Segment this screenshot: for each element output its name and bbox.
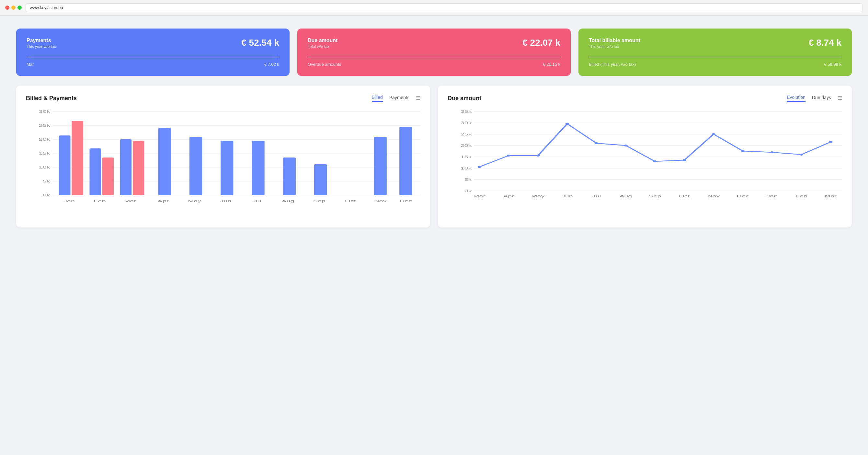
dot-minimize[interactable] — [11, 5, 16, 10]
svg-point-56 — [477, 166, 481, 168]
svg-text:Dec: Dec — [737, 194, 749, 198]
svg-text:May: May — [531, 194, 545, 198]
card-bottom: Overdue amounts € 21.15 k — [308, 62, 560, 67]
browser-chrome: www.keyvision.eu — [0, 0, 868, 16]
card-bottom: Billed (This year, w/o tax) € 59.98 k — [589, 62, 841, 67]
chart-menu-icon[interactable]: ☰ — [838, 96, 842, 101]
svg-point-62 — [653, 160, 657, 162]
svg-rect-15 — [71, 121, 83, 195]
card-top: Payments This year w/o tax € 52.54 k — [27, 38, 279, 49]
svg-text:15k: 15k — [39, 151, 50, 156]
svg-rect-14 — [59, 135, 70, 195]
card-sublabel: This year, w/o tax — [589, 44, 640, 49]
svg-point-64 — [712, 133, 715, 135]
card-divider — [308, 57, 560, 57]
svg-text:35k: 35k — [461, 110, 472, 114]
svg-rect-29 — [252, 141, 264, 195]
svg-text:25k: 25k — [461, 132, 472, 136]
svg-rect-20 — [120, 139, 131, 195]
chart-header: Billed & Payments Billed Payments ☰ — [26, 95, 421, 102]
svg-rect-27 — [221, 141, 233, 195]
svg-text:Oct: Oct — [345, 199, 356, 203]
svg-text:5k: 5k — [43, 179, 50, 183]
tab-due-days[interactable]: Due days — [812, 95, 831, 101]
browser-dots — [5, 5, 22, 10]
svg-text:Jan: Jan — [766, 194, 778, 198]
chart-tabs: Evolution Due days — [787, 95, 831, 102]
dot-maximize[interactable] — [18, 5, 22, 10]
svg-text:0k: 0k — [43, 193, 50, 198]
chart-menu-icon[interactable]: ☰ — [416, 96, 421, 101]
svg-text:Apr: Apr — [158, 199, 169, 203]
billed-payments-chart-card: Billed & Payments Billed Payments ☰ 30k … — [16, 86, 430, 228]
address-bar[interactable]: www.keyvision.eu — [26, 3, 863, 12]
due-amount-title: Due amount — [447, 95, 481, 102]
dot-close[interactable] — [5, 5, 9, 10]
bar-chart-svg: 30k 25k 20k 15k 10k 5k 0k Jan — [26, 108, 421, 218]
chart-header: Due amount Evolution Due days ☰ — [447, 95, 842, 102]
line-chart-svg: 35k 30k 25k 20k 15k 10k 5k 0k — [447, 108, 842, 218]
card-value: € 22.07 k — [522, 38, 560, 48]
svg-text:10k: 10k — [461, 166, 472, 171]
card-labels: Total billable amount This year, w/o tax — [589, 38, 640, 49]
svg-rect-21 — [133, 141, 144, 195]
svg-text:15k: 15k — [461, 155, 472, 159]
svg-text:Mar: Mar — [473, 194, 486, 198]
summary-cards: Payments This year w/o tax € 52.54 k Mar… — [16, 29, 852, 76]
billed-payments-title: Billed & Payments — [26, 95, 77, 102]
svg-text:0k: 0k — [464, 189, 472, 193]
card-divider — [589, 57, 841, 57]
svg-point-63 — [682, 159, 686, 161]
due-amount-chart-card: Due amount Evolution Due days ☰ 35k 30k — [438, 86, 852, 228]
svg-point-68 — [829, 141, 833, 143]
svg-text:30k: 30k — [461, 121, 472, 125]
svg-text:Aug: Aug — [620, 194, 632, 198]
svg-point-57 — [507, 155, 511, 156]
svg-rect-17 — [89, 148, 101, 195]
card-sublabel: Total w/o tax — [308, 44, 338, 49]
svg-text:20k: 20k — [461, 144, 472, 148]
svg-text:10k: 10k — [39, 165, 50, 170]
svg-rect-33 — [314, 164, 327, 195]
svg-text:25k: 25k — [39, 123, 50, 128]
svg-text:Jul: Jul — [252, 199, 261, 203]
tab-evolution[interactable]: Evolution — [787, 95, 805, 102]
card-labels: Due amount Total w/o tax — [308, 38, 338, 49]
svg-rect-23 — [158, 128, 171, 195]
tab-payments[interactable]: Payments — [389, 95, 409, 101]
svg-point-65 — [741, 150, 745, 152]
svg-text:Apr: Apr — [503, 194, 514, 198]
svg-text:Aug: Aug — [282, 199, 294, 203]
svg-text:Feb: Feb — [94, 199, 105, 203]
line-chart-container: 35k 30k 25k 20k 15k 10k 5k 0k — [447, 108, 842, 218]
card-bottom-left: Overdue amounts — [308, 62, 341, 67]
svg-rect-31 — [283, 157, 296, 195]
main-content: Payments This year w/o tax € 52.54 k Mar… — [0, 16, 868, 455]
card-top: Due amount Total w/o tax € 22.07 k — [308, 38, 560, 49]
card-divider — [27, 57, 279, 57]
card-bottom-right: € 7.02 k — [264, 62, 279, 67]
chart-tabs: Billed Payments — [372, 95, 410, 102]
tab-billed[interactable]: Billed — [372, 95, 383, 102]
svg-text:May: May — [188, 199, 201, 203]
card-label: Total billable amount — [589, 38, 640, 43]
svg-text:Nov: Nov — [707, 194, 720, 198]
charts-row: Billed & Payments Billed Payments ☰ 30k … — [16, 86, 852, 228]
bar-chart-container: 30k 25k 20k 15k 10k 5k 0k Jan — [26, 108, 421, 218]
svg-text:Feb: Feb — [796, 194, 807, 198]
svg-text:5k: 5k — [464, 178, 472, 182]
svg-text:Jul: Jul — [592, 194, 601, 198]
card-bottom-right: € 59.98 k — [824, 62, 842, 67]
svg-point-60 — [595, 142, 598, 144]
svg-text:Dec: Dec — [400, 199, 412, 203]
card-top: Total billable amount This year, w/o tax… — [589, 38, 841, 49]
card-bottom-right: € 21.15 k — [543, 62, 561, 67]
svg-text:Sep: Sep — [649, 194, 661, 198]
svg-text:30k: 30k — [39, 110, 50, 114]
svg-text:Jan: Jan — [63, 199, 75, 203]
card-value: € 8.74 k — [809, 38, 841, 48]
svg-text:Jun: Jun — [562, 194, 573, 198]
billable-card: Total billable amount This year, w/o tax… — [579, 29, 852, 76]
svg-point-67 — [799, 154, 803, 156]
svg-rect-38 — [399, 127, 412, 195]
